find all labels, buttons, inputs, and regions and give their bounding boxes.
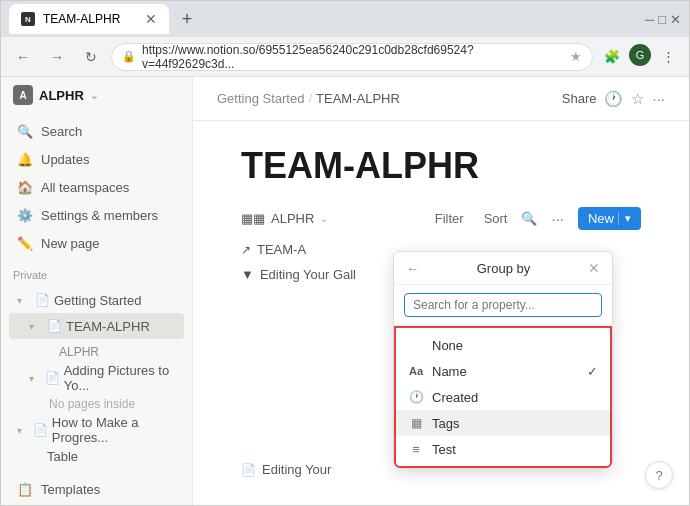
address-bar[interactable]: 🔒 https://www.notion.so/6955125ea56240c2… (111, 43, 593, 71)
extensions-icon[interactable]: 🧩 (599, 44, 625, 70)
back-button[interactable]: ← (9, 43, 37, 71)
groupby-back-button[interactable]: ← (406, 261, 419, 276)
new-button[interactable]: New ▾ (578, 207, 641, 230)
sidebar-item-updates[interactable]: 🔔 Updates (9, 145, 184, 173)
sidebar-item-newpage[interactable]: ✏️ New page (9, 229, 184, 257)
tree-toggle-how-to-progress: ▾ (17, 425, 29, 436)
groupby-close-button[interactable]: ✕ (588, 260, 600, 276)
editing-label: Editing Your Gall (260, 267, 356, 282)
tree-label-getting-started: Getting Started (54, 293, 141, 308)
breadcrumb-separator: / (308, 91, 312, 106)
tree-item-team-alphr[interactable]: ▾ 📄 TEAM-ALPHR (9, 313, 184, 339)
new-tab-button[interactable]: + (173, 5, 201, 33)
groupby-search (394, 285, 612, 326)
browser-controls: ← → ↻ 🔒 https://www.notion.so/6955125ea5… (1, 37, 689, 77)
sidebar-item-import[interactable]: ⬇️ Import (9, 503, 184, 505)
triangle-icon: ▼ (241, 267, 254, 282)
tree-icon-adding-pictures: 📄 (45, 371, 60, 385)
sort-button[interactable]: Sort (478, 208, 514, 229)
page-title: TEAM-ALPHR (241, 145, 641, 187)
db-name[interactable]: ALPHR (271, 211, 314, 226)
groupby-option-tags[interactable]: ▦ Tags (396, 410, 610, 436)
tree-item-getting-started[interactable]: ▾ 📄 Getting Started (9, 287, 184, 313)
sidebar-item-settings[interactable]: ⚙️ Settings & members (9, 201, 184, 229)
groupby-option-tags-label: Tags (432, 416, 598, 431)
minimize-button[interactable]: ─ (645, 12, 654, 27)
refresh-button[interactable]: ↻ (77, 43, 105, 71)
tree-toggle-adding-pictures: ▾ (29, 373, 41, 384)
groupby-option-name[interactable]: Aa Name ✓ (396, 358, 610, 384)
bookmark-icon: ★ (570, 49, 582, 64)
tree-label-adding-pictures: Adding Pictures to Yo... (64, 363, 176, 393)
db-chevron-icon: ⌄ (320, 213, 328, 224)
tree-item-alphr[interactable]: ALPHR (9, 339, 184, 365)
tree-icon-team-alphr: 📄 (47, 319, 62, 333)
sidebar-teamspaces-label: All teamspaces (41, 180, 129, 195)
toolbar-search-icon[interactable]: 🔍 (521, 211, 537, 226)
breadcrumb-parent[interactable]: Getting Started (217, 91, 304, 106)
tree-label-no-pages: No pages inside (49, 397, 135, 411)
tab-favicon: N (21, 12, 35, 26)
forward-button[interactable]: → (43, 43, 71, 71)
tab-close-button[interactable]: ✕ (145, 11, 157, 27)
tree-label-team-alphr: TEAM-ALPHR (66, 319, 150, 334)
browser-frame: N TEAM-ALPHR ✕ + ─ □ ✕ ← → ↻ 🔒 https://w… (0, 0, 690, 506)
sidebar-templates-label: Templates (41, 482, 100, 497)
workspace-name[interactable]: A ALPHR ⌄ (13, 85, 98, 105)
sidebar-item-templates[interactable]: 📋 Templates (9, 475, 184, 503)
tree-label-table: Table (47, 449, 78, 464)
filter-button[interactable]: Filter (429, 208, 470, 229)
tree-item-no-pages: No pages inside (9, 391, 184, 417)
groupby-option-test[interactable]: ≡ Test (396, 436, 610, 462)
updates-icon: 🔔 (17, 151, 33, 167)
tree-toggle-team-alphr: ▾ (29, 321, 43, 332)
sidebar-footer: 📋 Templates ⬇️ Import 🗑️ Trash (1, 471, 192, 505)
test-icon: ≡ (408, 441, 424, 457)
sidebar-item-search[interactable]: 🔍 Search (9, 117, 184, 145)
tree-toggle-getting-started: ▾ (17, 295, 31, 306)
profile-icon[interactable]: G (629, 44, 651, 66)
sidebar-tree: ▾ 📄 Getting Started ▾ 📄 TEAM-ALPHR ALPHR (1, 285, 192, 471)
more-options-icon[interactable]: ··· (652, 90, 665, 107)
settings-icon: ⚙️ (17, 207, 33, 223)
sidebar-nav: 🔍 Search 🔔 Updates 🏠 All teamspaces ⚙️ S… (1, 113, 192, 261)
clock-icon[interactable]: 🕐 (604, 90, 623, 108)
active-tab[interactable]: N TEAM-ALPHR ✕ (9, 4, 169, 34)
created-icon: 🕐 (408, 389, 424, 405)
help-button[interactable]: ? (645, 461, 673, 489)
tree-label-alphr: ALPHR (59, 345, 99, 359)
editing-doc-icon: 📄 (241, 463, 256, 477)
star-icon[interactable]: ☆ (631, 90, 644, 108)
tree-item-how-to-progress[interactable]: ▾ 📄 How to Make a Progres... (9, 417, 184, 443)
groupby-header: ← Group by ✕ (394, 252, 612, 285)
teamspaces-icon: 🏠 (17, 179, 33, 195)
maximize-button[interactable]: □ (658, 12, 666, 27)
sidebar-header: A ALPHR ⌄ (1, 77, 192, 113)
groupby-title: Group by (427, 261, 580, 276)
groupby-option-none[interactable]: None (396, 332, 610, 358)
share-button[interactable]: Share (562, 91, 597, 106)
page-body: TEAM-ALPHR ▦▦ ALPHR ⌄ Filter Sort 🔍 ··· … (193, 121, 689, 505)
db-title-row: ▦▦ ALPHR ⌄ (241, 211, 328, 226)
tags-icon: ▦ (408, 415, 424, 431)
tree-item-table[interactable]: Table (9, 443, 184, 469)
groupby-panel: ← Group by ✕ None (393, 251, 613, 469)
sidebar-updates-label: Updates (41, 152, 89, 167)
workspace-icon: A (13, 85, 33, 105)
groupby-option-none-label: None (432, 338, 598, 353)
close-window-button[interactable]: ✕ (670, 12, 681, 27)
tree-icon-how-to-progress: 📄 (33, 423, 48, 437)
view-name[interactable]: TEAM-A (257, 242, 306, 257)
lock-icon: 🔒 (122, 50, 136, 63)
sidebar-newpage-label: New page (41, 236, 100, 251)
groupby-option-created[interactable]: 🕐 Created (396, 384, 610, 410)
tree-item-adding-pictures[interactable]: ▾ 📄 Adding Pictures to Yo... (9, 365, 184, 391)
groupby-search-input[interactable] (404, 293, 602, 317)
groupby-options: None Aa Name ✓ 🕐 Created (394, 326, 612, 468)
sidebar-item-teamspaces[interactable]: 🏠 All teamspaces (9, 173, 184, 201)
workspace-label: ALPHR (39, 88, 84, 103)
page-header: Getting Started / TEAM-ALPHR Share 🕐 ☆ ·… (193, 77, 689, 121)
toolbar-more-button[interactable]: ··· (545, 208, 570, 229)
new-button-arrow[interactable]: ▾ (618, 212, 631, 225)
menu-icon[interactable]: ⋮ (655, 44, 681, 70)
